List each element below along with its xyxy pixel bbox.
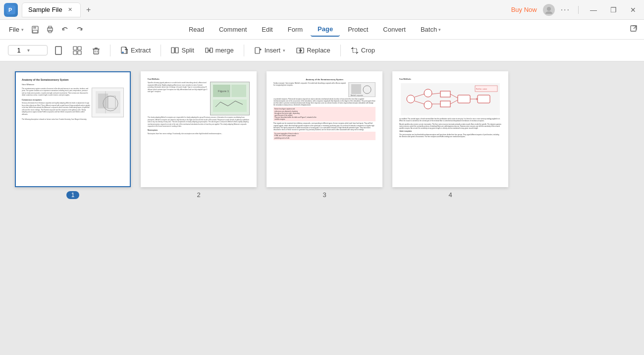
minimize-button[interactable]: — [587, 5, 600, 15]
split-label: Split [181, 47, 194, 54]
svg-rect-31 [98, 94, 108, 108]
page-dropdown-arrow[interactable]: ▾ [26, 47, 31, 54]
file-menu: File ▾ [6, 23, 86, 36]
menu-bar: File ▾ Read Comment Edit Form Page Prote… [0, 20, 644, 40]
merge-button[interactable]: merge [201, 45, 238, 56]
svg-rect-50 [458, 95, 470, 103]
svg-text:Merkel's corpuscle: Merkel's corpuscle [351, 95, 363, 97]
new-tab-button[interactable]: + [83, 4, 95, 16]
user-avatar[interactable] [543, 4, 555, 16]
page-3-number: 3 [322, 191, 326, 199]
svg-rect-39 [213, 100, 247, 112]
page-2-thumbnail[interactable]: From WikiBooks Figure 1 Specifics showin… [141, 71, 257, 187]
svg-rect-24 [206, 48, 208, 52]
split-button[interactable]: Split [167, 45, 198, 56]
nav-menu: Read Comment Edit Form Page Protect Conv… [182, 22, 448, 37]
page1-title: Anatomy of the Somatosensory System [22, 78, 124, 82]
toolbar-separator-1 [110, 45, 110, 56]
crop-button[interactable]: Crop [347, 45, 379, 56]
svg-rect-15 [78, 51, 81, 54]
page-4-container: From WikiBooks [392, 71, 508, 199]
page-number-input[interactable]: 1 [11, 47, 26, 54]
page-selector[interactable]: 1 ▾ [8, 45, 48, 55]
toolbar-separator-2 [161, 45, 161, 56]
file-tab[interactable]: Sample File ✕ [22, 2, 81, 17]
svg-rect-16 [94, 49, 99, 54]
crop-label: Crop [361, 47, 375, 54]
svg-rect-37 [231, 85, 246, 97]
title-bar-right: Buy Now ··· — ❐ ✕ [511, 4, 640, 16]
toolbar-separator-3 [244, 45, 244, 56]
insert-label: Insert [265, 47, 281, 54]
close-button[interactable]: ✕ [626, 5, 640, 15]
nav-form[interactable]: Form [281, 23, 310, 36]
redo-button[interactable] [73, 23, 86, 36]
page-1-badge: 1 [66, 191, 80, 199]
file-menu-button[interactable]: File ▾ [6, 24, 27, 35]
batch-dropdown-arrow: ▾ [438, 27, 441, 32]
page-2-number: 2 [197, 191, 200, 199]
more-options-button[interactable]: ··· [561, 5, 570, 14]
single-page-view-button[interactable] [51, 43, 66, 58]
toolbar-separator-4 [340, 45, 341, 56]
svg-rect-6 [33, 30, 38, 33]
svg-rect-22 [175, 48, 178, 53]
svg-point-3 [545, 11, 552, 14]
svg-rect-29 [353, 49, 357, 52]
svg-text:P: P [8, 7, 12, 13]
extract-label: Extract [131, 47, 151, 54]
tab-title: Sample File [28, 6, 62, 13]
svg-rect-12 [73, 47, 77, 50]
nav-batch[interactable]: Batch ▾ [414, 23, 448, 36]
tab-close-button[interactable]: ✕ [66, 6, 74, 14]
nav-page[interactable]: Page [311, 22, 340, 37]
file-dropdown-arrow: ▾ [21, 27, 24, 32]
nav-protect[interactable]: Protect [341, 23, 375, 36]
svg-rect-11 [55, 47, 61, 54]
svg-text:Figure 1: Figure 1 [218, 90, 229, 93]
extract-button[interactable]: Extract [116, 45, 155, 56]
svg-rect-21 [171, 48, 174, 53]
content-area: Anatomy of the Somatosensory System Hans… [0, 61, 644, 355]
maximize-button[interactable]: ❐ [606, 5, 620, 15]
page-3-container: Anatomy of the Somatosensory System Surf… [267, 71, 382, 199]
page1-author: Hans Whatmore [22, 84, 124, 86]
replace-button[interactable]: Replace [292, 45, 334, 56]
insert-button[interactable]: Insert ▾ [250, 45, 290, 56]
page-1-thumbnail[interactable]: Anatomy of the Somatosensory System Hans… [15, 71, 131, 187]
app-icon: P [4, 3, 18, 17]
delete-page-button[interactable] [88, 43, 104, 58]
nav-edit[interactable]: Edit [255, 23, 279, 36]
page-1-container: Anatomy of the Somatosensory System Hans… [15, 71, 131, 199]
page-4-number: 4 [448, 191, 452, 199]
svg-rect-5 [33, 26, 36, 29]
svg-rect-13 [78, 47, 81, 50]
svg-rect-25 [210, 48, 213, 52]
undo-button[interactable] [58, 23, 71, 36]
svg-rect-26 [255, 48, 260, 53]
merge-label: merge [215, 47, 234, 54]
nav-convert[interactable]: Convert [376, 23, 413, 36]
print-button[interactable] [44, 23, 56, 36]
buy-now-button[interactable]: Buy Now [511, 6, 537, 13]
nav-comment[interactable]: Comment [212, 23, 254, 36]
insert-dropdown-arrow: ▾ [283, 48, 285, 53]
page-4-thumbnail[interactable]: From WikiBooks [392, 71, 508, 187]
page-3-thumbnail[interactable]: Anatomy of the Somatosensory System Surf… [267, 71, 382, 187]
svg-rect-10 [631, 26, 636, 31]
svg-rect-41 [351, 84, 361, 94]
svg-point-47 [424, 101, 432, 109]
separator [578, 6, 579, 14]
svg-rect-48 [440, 91, 450, 97]
svg-point-45 [407, 95, 415, 103]
external-link[interactable] [629, 24, 638, 35]
svg-rect-51 [478, 95, 490, 103]
replace-label: Replace [307, 47, 330, 54]
svg-text:Red line = active: Red line = active [476, 88, 487, 90]
save-button[interactable] [29, 23, 42, 36]
toolbar: 1 ▾ Extract Split merge Insert ▾ Replace [0, 40, 644, 61]
nav-read[interactable]: Read [182, 23, 211, 36]
grid-view-button[interactable] [69, 43, 85, 58]
svg-point-46 [424, 89, 432, 97]
page-2-container: From WikiBooks Figure 1 Specifics showin… [141, 71, 257, 199]
